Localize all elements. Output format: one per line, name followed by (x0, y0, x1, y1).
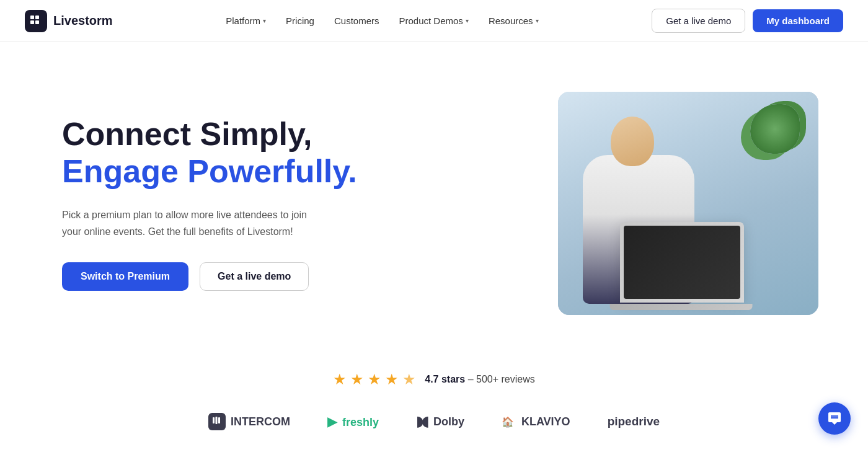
star-3: ★ (368, 371, 381, 388)
dolby-icon: ◗◖ (416, 414, 427, 430)
get-live-demo-button[interactable]: Get a live demo (652, 9, 745, 33)
logo-klaviyo: 🏠 KLAVIYO (502, 415, 570, 428)
hero-title-blue: Engage Powerfully. (62, 153, 422, 190)
klaviyo-icon: 🏠 (502, 416, 514, 428)
nav-customers[interactable]: Customers (326, 11, 388, 31)
hero-buttons: Switch to Premium Get a live demo (62, 262, 422, 291)
logo-text: Livestorm (53, 14, 113, 28)
freshly-icon: ▶ (327, 415, 337, 428)
intercom-icon (208, 413, 226, 430)
pipedrive-label: pipedrive (608, 415, 660, 428)
chat-icon (827, 411, 842, 426)
svg-rect-4 (213, 417, 215, 423)
nav-platform[interactable]: Platform ▾ (217, 11, 275, 31)
nav-links: Platform ▾ Pricing Customers Product Dem… (217, 11, 547, 31)
switch-to-premium-button[interactable]: Switch to Premium (62, 262, 188, 291)
star-1: ★ (333, 371, 347, 388)
logo-intercom: INTERCOM (208, 413, 290, 430)
person-head (611, 117, 654, 166)
plant-decoration (750, 104, 800, 166)
hero-image (558, 92, 818, 315)
freshly-label: freshly (342, 416, 379, 428)
stars-text: 4.7 stars – 500+ reviews (425, 374, 534, 385)
klaviyo-label: KLAVIYO (521, 415, 570, 428)
star-4: ★ (385, 371, 399, 388)
chevron-down-icon: ▾ (466, 17, 469, 24)
intercom-label: INTERCOM (231, 415, 290, 428)
hero-section: Connect Simply, Engage Powerfully. Pick … (0, 42, 868, 352)
chat-button[interactable] (818, 402, 851, 435)
hero-title-dark: Connect Simply, (62, 116, 422, 153)
svg-rect-2 (30, 20, 34, 24)
star-2: ★ (350, 371, 364, 388)
laptop-base (610, 304, 753, 310)
hero-content: Connect Simply, Engage Powerfully. Pick … (62, 116, 422, 291)
svg-rect-0 (30, 16, 34, 19)
logo-pipedrive: pipedrive (608, 415, 660, 428)
nav-product-demos[interactable]: Product Demos ▾ (391, 11, 477, 31)
stars-row: ★ ★ ★ ★ ★ 4.7 stars – 500+ reviews (25, 371, 843, 388)
svg-rect-6 (218, 417, 220, 423)
hero-description: Pick a premium plan to allow more live a… (62, 207, 322, 240)
nav-resources[interactable]: Resources ▾ (480, 11, 547, 31)
chevron-down-icon: ▾ (263, 17, 266, 24)
star-5-half: ★ (402, 371, 416, 388)
hero-get-live-demo-button[interactable]: Get a live demo (200, 262, 309, 291)
logo-dolby: ◗◖ Dolby (416, 414, 464, 430)
logo-icon (25, 10, 47, 32)
svg-rect-1 (35, 16, 39, 19)
logo-link[interactable]: Livestorm (25, 10, 113, 32)
dolby-label: Dolby (433, 415, 464, 428)
nav-actions: Get a live demo My dashboard (652, 9, 843, 33)
svg-rect-5 (215, 417, 217, 424)
partner-logos: INTERCOM ▶ freshly ◗◖ Dolby 🏠 KLAVIYO pi… (25, 407, 843, 436)
hero-image-bg (558, 92, 818, 315)
navbar: Livestorm Platform ▾ Pricing Customers P… (0, 0, 868, 42)
laptop (620, 222, 744, 303)
svg-rect-3 (35, 20, 39, 24)
chevron-down-icon: ▾ (536, 17, 539, 24)
social-proof-section: ★ ★ ★ ★ ★ 4.7 stars – 500+ reviews INTER… (0, 352, 868, 449)
laptop-screen (624, 226, 740, 299)
nav-pricing[interactable]: Pricing (277, 11, 323, 31)
my-dashboard-button[interactable]: My dashboard (753, 9, 843, 32)
logo-freshly: ▶ freshly (327, 414, 379, 429)
